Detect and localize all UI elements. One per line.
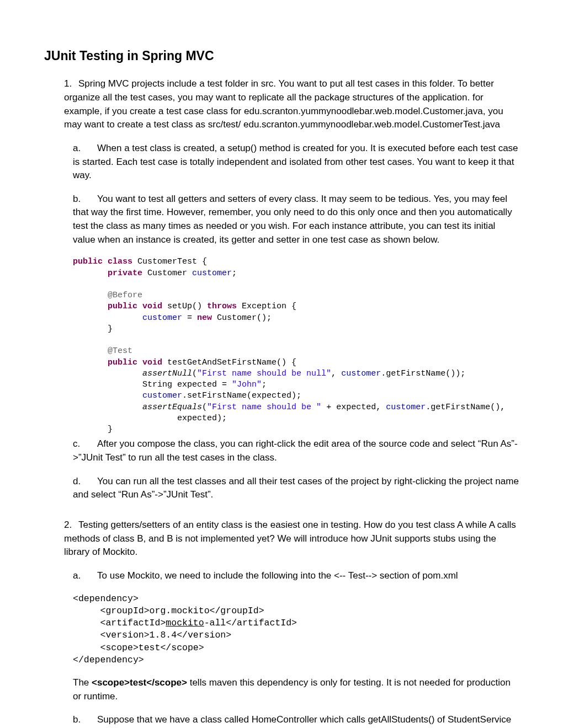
list-letter: a. xyxy=(73,142,97,156)
code-keyword: class xyxy=(103,257,132,266)
code-text: ( xyxy=(202,403,207,412)
section-2a-note: The <scope>test</scope> tells maven this… xyxy=(73,676,519,703)
xml-line: <groupId>org.mockito</groupId> xyxy=(73,606,264,616)
code-keyword: new xyxy=(197,313,212,323)
section-1a: a.When a test class is created, a setup(… xyxy=(73,142,519,183)
section-2b: b.Suppose that we have a class called Ho… xyxy=(73,713,519,728)
code-text: + expected, xyxy=(321,403,386,412)
code-text: } xyxy=(108,425,113,434)
code-text: ( xyxy=(192,369,197,378)
code-field: customer xyxy=(341,369,381,378)
xml-line: </dependency> xyxy=(73,655,144,665)
paragraph-text: You want to test all getters and setters… xyxy=(73,194,512,245)
paragraph-text: Suppose that we have a class called Home… xyxy=(73,714,511,728)
paragraph-text: When a test class is created, a setup() … xyxy=(73,143,518,180)
paragraph-text: After you compose the class, you can rig… xyxy=(73,438,518,463)
code-text: expected); xyxy=(177,414,227,423)
code-annotation: @Test xyxy=(108,346,132,356)
code-keyword: public xyxy=(108,302,137,311)
list-letter: b. xyxy=(73,713,97,727)
code-field: customer xyxy=(386,403,426,412)
code-text: .setFirstName(expected); xyxy=(182,391,301,400)
section-1c: c.After you compose the class, you can r… xyxy=(73,437,519,464)
page-title: JUnit Testing in Spring MVC xyxy=(44,47,519,65)
code-string: "First name should be " xyxy=(207,403,321,412)
list-number: 1. xyxy=(64,77,78,91)
list-letter: b. xyxy=(73,192,97,206)
code-text: Customer(); xyxy=(212,313,272,323)
xml-underline: mockito xyxy=(166,618,204,628)
code-string: "John" xyxy=(232,380,262,389)
code-text: Exception { xyxy=(237,302,296,311)
code-text: Customer xyxy=(142,269,192,278)
section-1d: d.You can run all the test classes and a… xyxy=(73,475,519,502)
xml-line: <version>1.8.4</version> xyxy=(73,630,231,640)
text-bold: <scope>test</scope> xyxy=(92,677,187,688)
code-text: , xyxy=(331,369,341,378)
code-keyword: public xyxy=(73,257,103,266)
xml-block: <dependency> <groupId>org.mockito</group… xyxy=(73,593,519,667)
code-keyword: public xyxy=(108,358,137,367)
code-text: .getFirstName(), xyxy=(426,403,505,412)
code-keyword: throws xyxy=(207,302,237,311)
code-field: customer xyxy=(142,391,182,400)
code-string: "First name should be null" xyxy=(197,369,331,378)
code-text: CustomerTest { xyxy=(132,257,207,266)
list-letter: c. xyxy=(73,437,97,451)
list-number: 2. xyxy=(64,518,78,532)
list-letter: a. xyxy=(73,569,97,583)
xml-line: <scope>test</scope> xyxy=(73,643,204,653)
section-2a: a.To use Mockito, we need to include the… xyxy=(73,569,519,583)
xml-line: <dependency> xyxy=(73,593,139,604)
paragraph-text: You can run all the test classes and all… xyxy=(73,476,519,500)
paragraph-text: To use Mockito, we need to include the f… xyxy=(97,570,458,581)
code-keyword: void xyxy=(137,358,162,367)
code-text: = xyxy=(182,313,197,323)
code-text: String expected = xyxy=(142,380,232,389)
code-text: setUp() xyxy=(162,302,207,311)
code-text: } xyxy=(108,324,113,334)
paragraph-text: Spring MVC projects include a test folde… xyxy=(64,78,503,130)
code-text: testGetAndSetFirstName() { xyxy=(162,358,296,367)
code-text: ; xyxy=(232,269,237,278)
text-part: The xyxy=(73,677,92,688)
code-annotation: @Before xyxy=(108,291,142,300)
paragraph-text: Testing getters/setters of an entity cla… xyxy=(64,520,516,557)
section-1: 1.Spring MVC projects include a test fol… xyxy=(64,77,519,132)
code-keyword: void xyxy=(137,302,162,311)
section-1b: b.You want to test all getters and sette… xyxy=(73,192,519,247)
code-keyword: private xyxy=(108,269,142,278)
xml-line: -all</artifactId> xyxy=(204,618,297,628)
code-text: .getFirstName()); xyxy=(381,369,465,378)
section-2: 2.Testing getters/setters of an entity c… xyxy=(64,518,519,559)
code-field: customer xyxy=(142,313,182,323)
list-letter: d. xyxy=(73,475,97,489)
code-field: customer xyxy=(192,269,232,278)
code-block-java: public class CustomerTest { private Cust… xyxy=(73,256,519,435)
code-method: assertEquals xyxy=(142,403,202,412)
code-text: ; xyxy=(262,380,267,389)
xml-line: <artifactId> xyxy=(73,618,166,628)
code-method: assertNull xyxy=(142,369,192,378)
